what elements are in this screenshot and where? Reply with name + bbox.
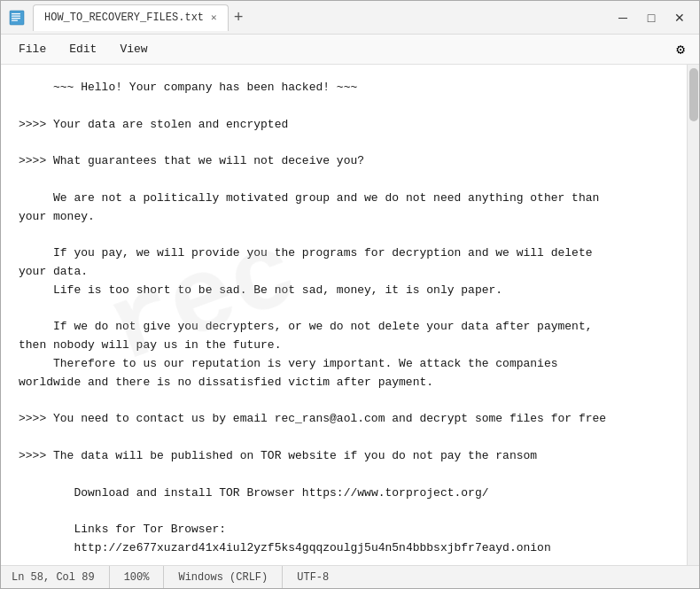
close-button[interactable]: ✕ (667, 7, 692, 28)
status-bar: Ln 58, Col 89 100% Windows (CRLF) UTF-8 (1, 565, 699, 588)
text-editor[interactable]: ~~~ Hello! Your company has been hacked!… (1, 65, 687, 565)
svg-rect-1 (12, 13, 20, 14)
tab-close-button[interactable]: ✕ (211, 13, 217, 23)
content-area: rec ~~~ Hello! Your company has been hac… (1, 65, 699, 565)
maximize-button[interactable]: □ (639, 7, 664, 28)
active-tab[interactable]: HOW_TO_RECOVERY_FILES.txt ✕ (33, 4, 229, 31)
file-menu[interactable]: File (8, 39, 57, 59)
tab-title: HOW_TO_RECOVERY_FILES.txt (44, 12, 204, 24)
vertical-scrollbar[interactable] (687, 65, 699, 565)
view-menu[interactable]: View (109, 39, 158, 59)
settings-icon[interactable]: ⚙ (669, 37, 692, 62)
svg-rect-3 (12, 18, 20, 19)
main-window: HOW_TO_RECOVERY_FILES.txt ✕ + ─ □ ✕ File… (0, 0, 700, 589)
line-ending: Windows (CRLF) (164, 566, 283, 588)
tab-area: HOW_TO_RECOVERY_FILES.txt ✕ + (33, 4, 611, 31)
edit-menu[interactable]: Edit (58, 39, 107, 59)
new-tab-button[interactable]: + (234, 10, 244, 26)
window-controls: ─ □ ✕ (611, 7, 692, 28)
svg-rect-4 (12, 19, 18, 20)
minimize-button[interactable]: ─ (611, 7, 635, 28)
title-bar: HOW_TO_RECOVERY_FILES.txt ✕ + ─ □ ✕ (1, 1, 699, 35)
encoding: UTF-8 (283, 566, 343, 588)
scrollbar-thumb[interactable] (689, 68, 698, 121)
svg-rect-2 (12, 15, 20, 16)
menu-bar: File Edit View ⚙ (1, 35, 699, 65)
app-icon (8, 9, 26, 27)
cursor-position: Ln 58, Col 89 (12, 566, 110, 588)
content-wrapper: rec ~~~ Hello! Your company has been hac… (1, 65, 687, 565)
zoom-level: 100% (110, 566, 165, 588)
